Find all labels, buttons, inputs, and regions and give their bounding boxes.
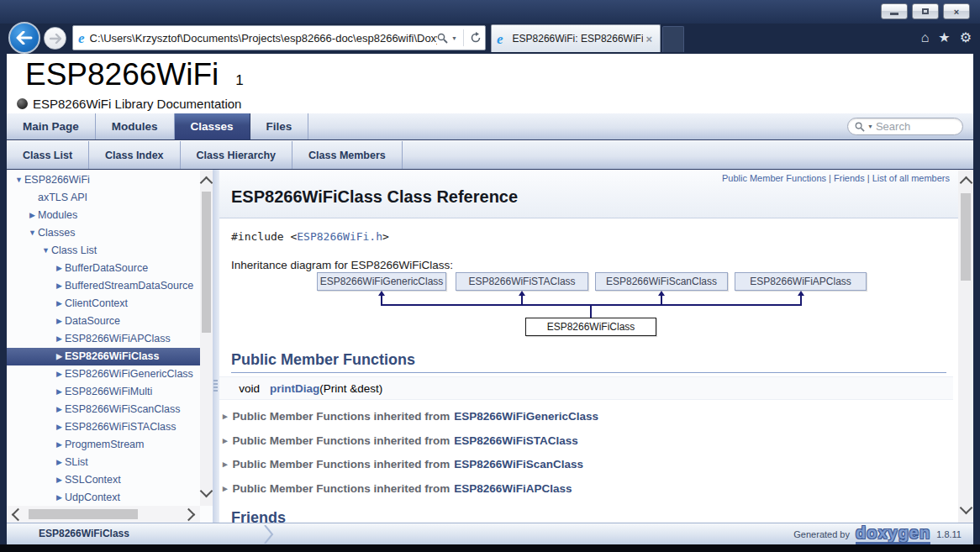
scrollbar-thumb[interactable] [29,509,138,519]
tab-class-hierarchy[interactable]: Class Hierarchy [181,141,293,169]
favorites-star-icon[interactable]: ★ [938,29,950,47]
inherited-class-link[interactable]: ESP8266WiFiScanClass [454,458,583,471]
forward-button[interactable] [44,27,66,50]
tab-classes[interactable]: Classes [175,113,250,139]
tab-modules[interactable]: Modules [96,113,175,139]
main-tab-bar: Main Page Modules Classes Files ▼ Search [7,113,973,140]
inherited-section-toggle[interactable]: ▸ Public Member Functions inherited from… [223,434,578,447]
scroll-up-icon[interactable] [960,176,973,190]
tree-collapsed-icon[interactable]: ▶ [54,418,65,436]
tree-item-esp8266wifimulti[interactable]: ▶ESP8266WiFiMulti [7,383,200,401]
inherited-section-toggle[interactable]: ▸ Public Member Functions inherited from… [223,482,572,495]
panel-splitter[interactable] [213,170,219,523]
scroll-up-icon[interactable] [200,176,213,190]
collapsed-triangle-icon: ▸ [223,435,228,446]
summary-link-all-members[interactable]: List of all members [872,173,950,183]
search-options-icon[interactable]: ▼ [867,124,873,129]
address-url[interactable]: C:\Users\Krzysztof\Documents\Projects\es… [90,32,438,45]
diagram-node[interactable]: ESP8266WiFiAPClass [735,272,867,291]
tree-item-esp8266wifiapclass[interactable]: ▶ESP8266WiFiAPClass [7,330,200,348]
tree-item-udpcontext[interactable]: ▶UdpContext [7,489,200,506]
tree-collapsed-icon[interactable]: ▶ [54,471,65,489]
diagram-node[interactable]: ESP8266WiFiGenericClass [317,272,446,291]
tree-collapsed-icon[interactable]: ▶ [54,365,65,383]
tab-main-page[interactable]: Main Page [7,113,96,139]
refresh-icon[interactable] [470,32,482,44]
tree-collapsed-icon[interactable]: ▶ [54,260,65,277]
include-file-link[interactable]: ESP8266WiFi.h [297,230,382,243]
tree-collapsed-icon[interactable]: ▶ [54,436,65,454]
new-tab-button[interactable] [662,26,684,52]
search-box[interactable]: ▼ Search [847,118,963,135]
tree-collapsed-icon[interactable]: ▶ [54,295,65,313]
scroll-left-icon[interactable] [12,508,25,522]
scroll-down-icon[interactable] [200,485,213,498]
tree-collapsed-icon[interactable]: ▶ [54,348,65,365]
tree-label: ESP8266WiFiClass [65,348,159,365]
tree-item-classes[interactable]: ▼Classes [7,224,200,242]
tree-item-class-list[interactable]: ▼Class List [7,242,200,260]
tree-item-slist[interactable]: ▶SList [7,454,200,471]
tab-close-icon[interactable]: × [643,33,655,45]
tree-collapsed-icon[interactable]: ▶ [54,401,65,418]
summary-link-friends[interactable]: Friends [834,173,865,183]
settings-gear-icon[interactable]: ⚙ [960,29,972,47]
tree-item-progmemstream[interactable]: ▶ProgmemStream [7,436,200,454]
tab-class-index[interactable]: Class Index [89,141,180,169]
search-icon[interactable] [437,33,448,44]
tree-item-datasource[interactable]: ▶DataSource [7,313,200,330]
tree-item-bufferedstreamdatasource[interactable]: ▶BufferedStreamDataSource [7,277,200,295]
tree-item-esp8266wifiscanclass[interactable]: ▶ESP8266WiFiScanClass [7,401,200,418]
search-dropdown-icon[interactable]: ▼ [451,35,457,41]
tree-item-esp8266wifi[interactable]: ▼ESP8266WiFi [7,171,200,189]
sidebar-vertical-scrollbar[interactable] [200,170,213,506]
tree-item-axtls-api[interactable]: axTLS API [7,189,200,207]
tree-item-bufferdatasource[interactable]: ▶BufferDataSource [7,260,200,277]
breadcrumb-item[interactable]: ESP8266WiFiClass [39,528,129,539]
tree-item-esp8266wifigenericclass[interactable]: ▶ESP8266WiFiGenericClass [7,365,200,383]
tree-collapsed-icon[interactable]: ▶ [54,277,65,295]
address-separator [463,29,464,46]
inherited-section-toggle[interactable]: ▸ Public Member Functions inherited from… [223,458,583,471]
tree-expanded-icon[interactable]: ▼ [27,224,38,242]
scroll-down-icon[interactable] [960,502,973,515]
diagram-node[interactable]: ESP8266WiFiScanClass [595,272,728,291]
diagram-node[interactable]: ESP8266WiFiSTAClass [456,272,588,291]
close-window-button[interactable]: × [943,3,970,19]
tree-collapsed-icon[interactable]: ▶ [54,313,65,330]
tree-item-modules[interactable]: ▶Modules [7,207,200,224]
tree-expanded-icon[interactable]: ▼ [40,242,51,260]
summary-link-public-members[interactable]: Public Member Functions [722,173,826,183]
tree-item-clientcontext[interactable]: ▶ClientContext [7,295,200,313]
address-bar[interactable]: e C:\Users\Krzysztof\Documents\Projects\… [72,25,486,50]
inherited-class-link[interactable]: ESP8266WiFiGenericClass [454,410,598,423]
minimize-button[interactable] [881,3,908,19]
scrollbar-thumb[interactable] [961,193,971,281]
restore-button[interactable] [912,3,939,19]
inherited-class-link[interactable]: ESP8266WiFiSTAClass [454,434,577,447]
back-button[interactable] [8,22,40,54]
tab-class-list[interactable]: Class List [7,141,89,169]
sidebar-horizontal-scrollbar[interactable] [7,506,200,523]
tree-collapsed-icon[interactable]: ▶ [54,489,65,506]
inherited-section-toggle[interactable]: ▸ Public Member Functions inherited from… [223,410,598,423]
tree-collapsed-icon[interactable]: ▶ [54,454,65,471]
member-name-link[interactable]: printDiag [270,382,319,395]
inherited-class-link[interactable]: ESP8266WiFiAPClass [454,482,572,495]
tree-item-sslcontext[interactable]: ▶SSLContext [7,471,200,489]
tree-collapsed-icon[interactable]: ▶ [54,330,65,348]
tree-item-esp8266wificlass[interactable]: ▶ESP8266WiFiClass [7,348,200,365]
browser-tab[interactable]: e ESP8266WiFi: ESP8266WiFi... × [491,24,661,52]
tab-files[interactable]: Files [250,113,309,139]
diagram-node-current: ESP8266WiFiClass [525,318,656,336]
tree-collapsed-icon[interactable]: ▶ [27,207,38,224]
tree-collapsed-icon[interactable]: ▶ [54,383,65,401]
scroll-right-icon[interactable] [182,508,196,522]
tab-class-members[interactable]: Class Members [292,141,403,169]
content-vertical-scrollbar[interactable] [958,170,973,523]
tree-expanded-icon[interactable]: ▼ [13,171,24,189]
scrollbar-thumb[interactable] [202,192,211,333]
doxygen-logo[interactable]: doxygen [856,524,930,544]
home-icon[interactable]: ⌂ [921,29,930,47]
tree-item-esp8266wifistaclass[interactable]: ▶ESP8266WiFiSTAClass [7,418,200,436]
